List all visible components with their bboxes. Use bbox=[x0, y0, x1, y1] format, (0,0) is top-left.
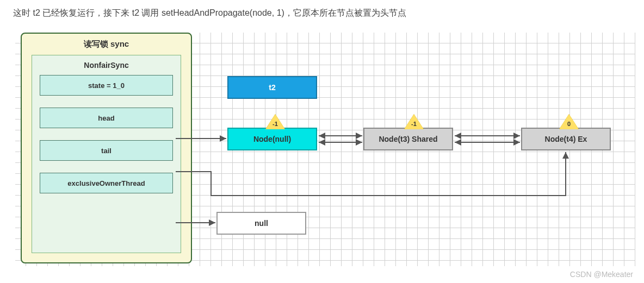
nonfair-sync-box: NonfairSync state = 1_0 head tail exclus… bbox=[32, 55, 181, 253]
wait-status-triangle-3: 0 bbox=[559, 114, 579, 129]
watermark: CSDN @Mekeater bbox=[570, 270, 633, 279]
field-tail: tail bbox=[40, 140, 173, 161]
field-state: state = 1_0 bbox=[40, 75, 173, 96]
diagram-description: 这时 t2 已经恢复运行，接下来 t2 调用 setHeadAndPropaga… bbox=[0, 0, 644, 27]
sync-title: 读写锁 sync bbox=[22, 34, 191, 55]
thread-t2-box: t2 bbox=[227, 76, 317, 99]
triangle-value: -1 bbox=[270, 121, 281, 127]
node-null: Node(null) bbox=[227, 128, 317, 150]
null-box: null bbox=[216, 212, 306, 235]
node-t3-shared: Node(t3) Shared bbox=[363, 128, 453, 150]
node-t4-ex: Node(t4) Ex bbox=[521, 128, 611, 150]
field-head: head bbox=[40, 108, 173, 128]
nonfair-title: NonfairSync bbox=[40, 55, 173, 75]
wait-status-triangle-1: -1 bbox=[265, 114, 285, 129]
triangle-value: 0 bbox=[564, 121, 574, 127]
field-exclusive-owner-thread: exclusiveOwnerThread bbox=[40, 173, 173, 193]
sync-container: 读写锁 sync NonfairSync state = 1_0 head ta… bbox=[21, 33, 192, 263]
triangle-value: -1 bbox=[408, 121, 419, 127]
wait-status-triangle-2: -1 bbox=[404, 114, 424, 129]
diagram-canvas: 读写锁 sync NonfairSync state = 1_0 head ta… bbox=[15, 33, 635, 266]
